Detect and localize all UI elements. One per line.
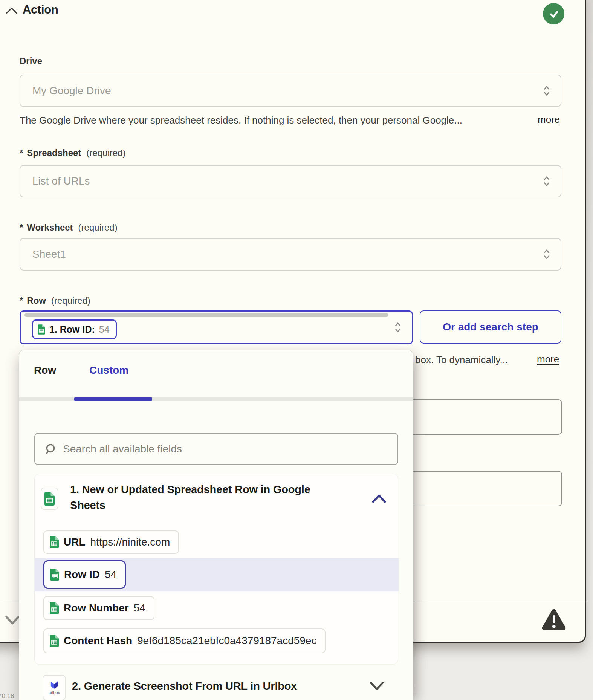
field-chip-value: 54 — [134, 602, 145, 614]
worksheet-select[interactable]: Sheet1 — [20, 238, 561, 271]
collapse-step1-chevron-icon[interactable] — [371, 494, 387, 504]
warning-icon — [541, 608, 566, 631]
row-id-token[interactable]: 1. Row ID: 54 — [32, 319, 117, 339]
section-title-action: Action — [23, 3, 58, 17]
zap-editor-screen: Action Drive My Google Drive The Google … — [0, 0, 593, 700]
field-chip-url[interactable]: URL https://ninite.com — [43, 530, 179, 554]
drive-field-label: Drive — [20, 56, 42, 66]
field-chip-label: Row Number — [64, 602, 129, 614]
google-sheets-icon — [50, 635, 59, 647]
drive-help-text: The Google Drive where your spreadsheet … — [20, 115, 462, 126]
worksheet-select-value: Sheet1 — [20, 248, 66, 260]
drive-select-value: My Google Drive — [20, 85, 111, 97]
token-label: 1. Row ID: — [49, 324, 95, 335]
required-star: * — [20, 222, 23, 232]
step1-title-line2: Sheets — [70, 497, 319, 513]
worksheet-label-text: Worksheet — [27, 222, 73, 232]
step1-app-icon-box — [41, 488, 58, 510]
row-combobox-scrollbar[interactable] — [24, 313, 388, 317]
google-sheets-icon — [38, 324, 45, 335]
spreadsheet-field-label: *Spreadsheet(required) — [20, 148, 125, 158]
field-chip-label: URL — [64, 536, 86, 548]
field-chip-row-number[interactable]: Row Number 54 — [43, 596, 154, 620]
urlbox-icon — [49, 680, 60, 689]
drive-select[interactable]: My Google Drive — [20, 75, 561, 107]
field-chip-row-id-selected[interactable]: Row ID 54 — [43, 560, 126, 589]
select-stepper-icon — [394, 321, 402, 334]
row-combobox[interactable]: 1. Row ID: 54 — [20, 310, 413, 344]
drive-help-more-link[interactable]: more — [538, 114, 560, 125]
tab-custom[interactable]: Custom — [89, 364, 128, 376]
field-chip-value: 54 — [105, 569, 116, 581]
expand-step2-chevron-icon[interactable] — [369, 681, 385, 691]
required-star: * — [20, 148, 23, 158]
urlbox-brand-text: urlbox — [49, 690, 60, 695]
field-chip-content-hash[interactable]: Content Hash 9ef6d185ca21ebfc0a4379187ac… — [43, 628, 326, 653]
search-icon — [44, 443, 57, 455]
step1-fields-card: 1. New or Updated Spreadsheet Row in Goo… — [34, 474, 398, 665]
select-stepper-icon — [543, 175, 551, 188]
field-chip-value: https://ninite.com — [90, 536, 170, 548]
step1-title[interactable]: 1. New or Updated Spreadsheet Row in Goo… — [70, 481, 319, 513]
field-picker-dropdown: Row Custom 1. New or Updated Spreadsheet… — [19, 350, 413, 700]
collapse-action-chevron-icon[interactable] — [5, 6, 18, 15]
field-chip-label: Content Hash — [64, 635, 132, 647]
step2-app-icon-box: urlbox — [43, 675, 66, 700]
row-help-text-fragment: box. To dynamically... — [415, 354, 508, 366]
spreadsheet-select-value: List of URLs — [20, 175, 90, 187]
check-icon — [547, 8, 560, 20]
collapse-panel-chevron-icon[interactable] — [5, 615, 20, 625]
google-sheets-icon — [50, 536, 59, 548]
google-sheets-icon — [50, 569, 59, 581]
drive-label-text: Drive — [20, 56, 42, 66]
row-help-more-link[interactable]: more — [537, 353, 559, 365]
google-sheets-icon — [44, 492, 55, 506]
add-search-step-button[interactable]: Or add search step — [420, 310, 561, 344]
spreadsheet-select[interactable]: List of URLs — [20, 165, 561, 197]
row-label-text: Row — [27, 295, 46, 306]
required-hint: (required) — [86, 148, 125, 158]
required-star: * — [20, 295, 23, 306]
cropped-corner-text: 70 18 — [0, 692, 14, 700]
search-input[interactable] — [63, 443, 397, 455]
select-stepper-icon — [543, 248, 551, 261]
row-field-label: *Row(required) — [20, 295, 90, 306]
select-stepper-icon — [543, 84, 551, 97]
google-sheets-icon — [50, 602, 59, 614]
field-chip-value: 9ef6d185ca21ebfc0a4379187acd59ec — [137, 635, 316, 647]
action-complete-badge — [543, 3, 564, 24]
step2-title[interactable]: 2. Generate Screenshot From URL in Urlbo… — [72, 680, 297, 692]
token-value: 54 — [99, 324, 110, 335]
required-hint: (required) — [78, 222, 118, 232]
tab-row[interactable]: Row — [34, 364, 56, 376]
field-search-box[interactable] — [34, 433, 398, 465]
spreadsheet-label-text: Spreadsheet — [27, 148, 81, 158]
tab-underline-track — [19, 397, 413, 401]
required-hint: (required) — [51, 295, 90, 306]
tab-active-underline — [74, 397, 152, 401]
step1-title-line1: 1. New or Updated Spreadsheet Row in Goo… — [70, 481, 319, 497]
field-chip-label: Row ID — [64, 569, 100, 581]
worksheet-field-label: *Worksheet(required) — [20, 222, 118, 233]
